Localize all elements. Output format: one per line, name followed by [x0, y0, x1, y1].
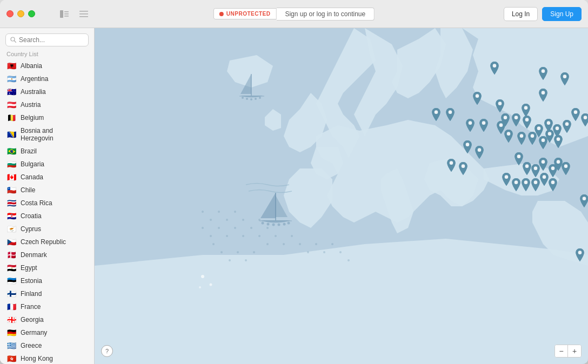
svg-point-16 [210, 235, 212, 237]
svg-point-10 [202, 211, 204, 213]
country-item[interactable]: 🇪🇪Estonia [0, 274, 94, 287]
country-name: Costa Rica [21, 199, 52, 207]
country-name: Austria [21, 101, 41, 109]
country-name: Bosnia and Herzegovin [21, 127, 88, 142]
svg-point-53 [259, 97, 261, 99]
country-item[interactable]: 🇬🇷Greece [0, 339, 94, 352]
svg-point-40 [237, 251, 239, 253]
help-button[interactable]: ? [101, 345, 113, 357]
country-item[interactable]: 🇫🇷France [0, 300, 94, 313]
svg-point-7 [11, 37, 15, 41]
sailboat-decoration-1 [235, 71, 268, 106]
country-item[interactable]: 🇩🇪Germany [0, 326, 94, 339]
country-item[interactable]: 🇪🇬Egypt [0, 261, 94, 274]
close-button[interactable] [6, 10, 14, 17]
country-flag: 🇬🇷 [6, 342, 16, 349]
menu-icon[interactable] [76, 6, 91, 22]
search-icon [10, 37, 16, 44]
country-item[interactable]: 🇨🇦Canada [0, 171, 94, 184]
country-flag: 🇪🇬 [6, 265, 16, 272]
country-flag: 🇩🇪 [6, 329, 16, 336]
zoom-out-button[interactable]: − [555, 345, 568, 357]
titlebar: UNPROTECTED Sign up or log in to continu… [0, 0, 588, 28]
svg-point-51 [250, 98, 252, 100]
svg-rect-3 [64, 16, 69, 17]
country-flag: 🇦🇹 [6, 102, 16, 109]
titlebar-status-area: UNPROTECTED Sign up or log in to continu… [213, 8, 375, 21]
country-flag: 🇫🇮 [6, 291, 16, 298]
country-item[interactable]: 🇦🇺Australia [0, 85, 94, 98]
country-name: Bulgaria [21, 160, 44, 168]
svg-point-29 [291, 235, 293, 237]
status-message: Sign up or log in to continue [276, 8, 375, 21]
svg-point-62 [283, 223, 286, 226]
country-item[interactable]: 🇭🇷Croatia [0, 210, 94, 223]
svg-point-26 [266, 243, 269, 245]
svg-point-52 [255, 98, 257, 100]
country-item[interactable]: 🇦🇷Argentina [0, 72, 94, 85]
country-item[interactable]: 🇧🇬Bulgaria [0, 158, 94, 171]
svg-point-12 [218, 211, 220, 213]
country-name: Czech Republic [21, 238, 66, 246]
status-indicator [219, 12, 224, 16]
map-svg [95, 28, 588, 364]
country-name: Finland [21, 290, 42, 298]
country-flag: 🇦🇷 [6, 76, 16, 83]
country-item[interactable]: 🇦🇹Austria [0, 98, 94, 111]
country-name: Hong Kong [21, 355, 53, 362]
svg-point-22 [250, 227, 252, 229]
svg-point-30 [299, 243, 301, 245]
svg-marker-55 [276, 196, 288, 217]
titlebar-controls [57, 6, 91, 22]
svg-point-45 [199, 286, 201, 288]
country-flag: 🇧🇦 [6, 131, 16, 138]
svg-marker-46 [240, 74, 251, 94]
country-item[interactable]: 🇨🇷Costa Rica [0, 197, 94, 210]
svg-point-14 [234, 211, 236, 213]
minimize-button[interactable] [17, 10, 24, 17]
svg-point-33 [323, 251, 325, 253]
login-button[interactable]: Log In [504, 7, 538, 21]
country-flag: 🇧🇷 [6, 148, 16, 155]
country-item[interactable]: 🇦🇱Albania [0, 59, 94, 72]
svg-point-34 [331, 243, 333, 245]
country-item[interactable]: 🇧🇦Bosnia and Herzegovin [0, 124, 94, 145]
country-flag: 🇩🇰 [6, 252, 16, 259]
app-window: UNPROTECTED Sign up or log in to continu… [0, 0, 588, 364]
country-item[interactable]: 🇭🇰Hong Kong [0, 352, 94, 364]
svg-rect-6 [79, 16, 88, 17]
country-item[interactable]: 🇨🇾Cyprus [0, 223, 94, 235]
svg-rect-5 [79, 14, 88, 15]
signup-button[interactable]: Sign Up [542, 7, 582, 21]
country-item[interactable]: 🇨🇿Czech Republic [0, 235, 94, 248]
country-name: Belgium [21, 114, 44, 122]
country-flag: 🇫🇷 [6, 304, 16, 311]
svg-point-35 [339, 251, 342, 253]
svg-rect-4 [79, 11, 88, 12]
country-flag: 🇧🇪 [6, 114, 16, 122]
svg-point-11 [210, 219, 212, 221]
zoom-controls: − + [554, 345, 582, 358]
svg-point-49 [242, 97, 244, 99]
svg-rect-2 [64, 14, 69, 15]
sidebar: Country List 🇦🇱Albania🇦🇷Argentina🇦🇺Austr… [0, 28, 95, 364]
country-item[interactable]: 🇩🇰Denmark [0, 248, 94, 261]
zoom-in-button[interactable]: + [568, 345, 581, 357]
country-item[interactable]: 🇬🇪Georgia [0, 313, 94, 326]
svg-point-42 [253, 251, 255, 253]
country-item[interactable]: 🇧🇪Belgium [0, 111, 94, 124]
country-flag: 🇬🇪 [6, 316, 16, 323]
maximize-button[interactable] [28, 10, 35, 17]
country-item[interactable]: 🇧🇷Brazil [0, 145, 94, 158]
sidebar-toggle-icon[interactable] [57, 6, 72, 22]
country-name: Brazil [21, 147, 37, 155]
country-flag: 🇨🇷 [6, 200, 16, 207]
search-input-wrap[interactable] [5, 33, 89, 46]
search-input[interactable] [19, 36, 84, 44]
svg-point-32 [315, 243, 317, 245]
country-item[interactable]: 🇨🇱Chile [0, 184, 94, 197]
svg-point-31 [307, 251, 309, 253]
country-item[interactable]: 🇫🇮Finland [0, 287, 94, 300]
country-name: Germany [21, 329, 47, 336]
svg-point-19 [234, 227, 236, 229]
